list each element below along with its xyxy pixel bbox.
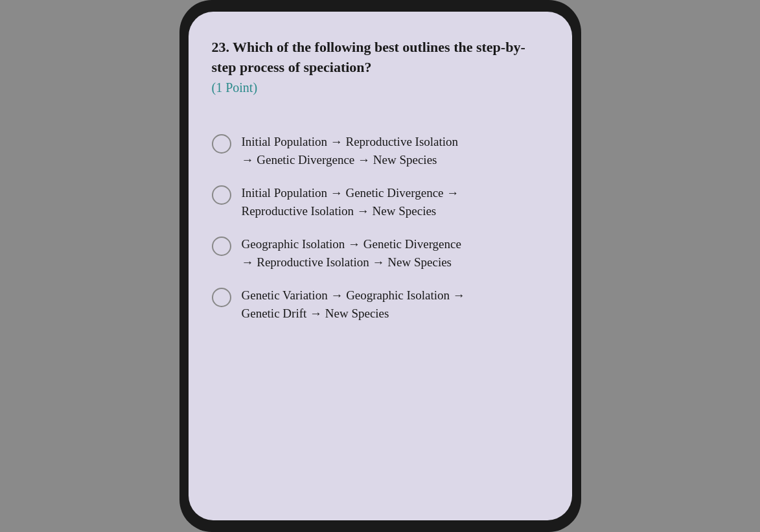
option-b-text: Initial Population → Genetic Divergence … [242,184,549,221]
radio-a[interactable] [212,134,231,154]
options-list: Initial Population → Reproductive Isolat… [212,133,549,323]
phone-frame: 23. Which of the following best outlines… [179,0,581,532]
question-number-text: 23. [212,39,230,55]
phone-screen: 23. Which of the following best outlines… [189,12,572,520]
question-header: 23. Which of the following best outlines… [212,38,549,113]
radio-c[interactable] [212,237,231,256]
radio-b[interactable] [212,185,231,205]
option-d[interactable]: Genetic Variation → Geographic Isolation… [212,286,549,323]
option-a-text: Initial Population → Reproductive Isolat… [242,133,549,170]
option-c-text: Geographic Isolation → Genetic Divergenc… [242,235,549,272]
option-b[interactable]: Initial Population → Genetic Divergence … [212,184,549,221]
question-number: 23. Which of the following best outlines… [212,38,549,78]
option-a[interactable]: Initial Population → Reproductive Isolat… [212,133,549,170]
radio-d[interactable] [212,288,231,307]
question-points: (1 Point) [212,80,549,95]
option-c[interactable]: Geographic Isolation → Genetic Divergenc… [212,235,549,272]
question-text: Which of the following best outlines the… [212,39,525,75]
option-d-text: Genetic Variation → Geographic Isolation… [242,286,549,323]
